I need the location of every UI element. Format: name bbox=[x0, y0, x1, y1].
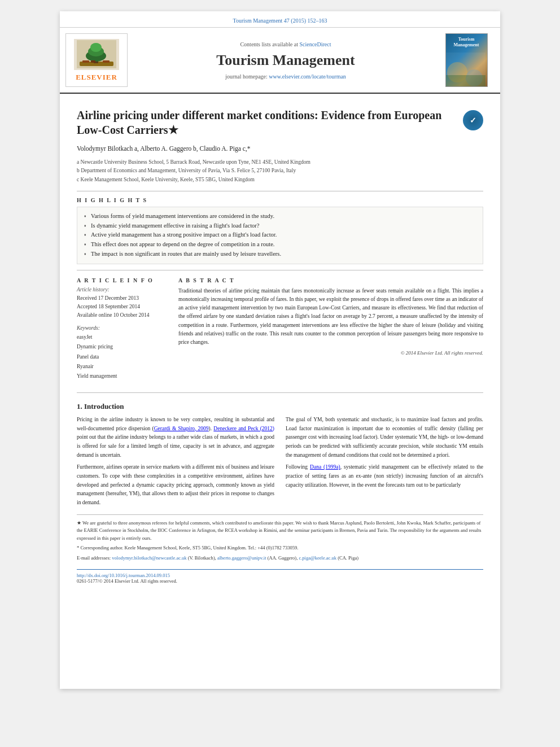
article-info-label: A R T I C L E I N F O bbox=[77, 277, 167, 283]
elsevier-wordmark: ELSEVIER bbox=[76, 73, 117, 82]
divider-2 bbox=[77, 270, 483, 270]
title-row: ✓ Airline pricing under different market… bbox=[77, 108, 483, 137]
issn-line: 0261-5177/© 2014 Elsevier Ltd. All right… bbox=[77, 578, 177, 584]
homepage-line: journal homepage: www.elsevier.com/locat… bbox=[225, 73, 346, 80]
accepted-date: Accepted 18 September 2014 bbox=[77, 303, 167, 311]
svg-point-5 bbox=[90, 43, 102, 52]
affiliation-c: c Keele Management School, Keele Univers… bbox=[77, 176, 483, 184]
sciencedirect-line: Contents lists available at ScienceDirec… bbox=[240, 41, 331, 47]
abstract-col: A B S T R A C T Traditional theories of … bbox=[178, 277, 483, 387]
elsevier-tree-image bbox=[74, 39, 119, 70]
section-title: 1. Introduction bbox=[77, 402, 483, 411]
journal-cover: Tourism Management bbox=[444, 33, 489, 87]
highlight-item-1: Various forms of yield management interv… bbox=[84, 212, 476, 221]
ref-gerardi[interactable]: Gerardi & Shapiro, 2009 bbox=[154, 426, 209, 431]
available-date: Available online 10 October 2014 bbox=[77, 311, 167, 320]
keyword-4: Ryanair bbox=[77, 362, 167, 372]
email-link-1[interactable]: volodymyr.bilotkach@newcastle.ac.uk bbox=[112, 555, 186, 561]
highlights-box: Various forms of yield management interv… bbox=[77, 207, 483, 264]
journal-top-bar: Tourism Management 47 (2015) 152–163 bbox=[60, 11, 500, 28]
header-center: Contents lists available at ScienceDirec… bbox=[133, 33, 438, 87]
footnote-corresponding: * Corresponding author. Keele Management… bbox=[77, 544, 483, 552]
journal-main-title: Tourism Management bbox=[216, 52, 355, 69]
article-info-col: A R T I C L E I N F O Article history: R… bbox=[77, 277, 167, 387]
affiliation-b: b Department of Economics and Management… bbox=[77, 167, 483, 175]
abstract-paragraph-1: Traditional theories of airline pricing … bbox=[178, 287, 483, 347]
svg-rect-12 bbox=[446, 75, 485, 86]
keyword-3: Panel data bbox=[77, 352, 167, 362]
article-body: ✓ Airline pricing under different market… bbox=[60, 94, 500, 592]
svg-rect-8 bbox=[103, 60, 110, 63]
intro-para-3: The goal of YM, both systematic and stoc… bbox=[286, 416, 483, 460]
tree-svg bbox=[77, 40, 116, 68]
introduction-text: Pricing in the airline industry is known… bbox=[77, 416, 483, 508]
highlight-item-4: This effect does not appear to depend on… bbox=[84, 240, 476, 250]
ref-deneckere[interactable]: Deneckere and Peck (2012) bbox=[213, 426, 274, 431]
keyword-5: Yield management bbox=[77, 372, 167, 381]
cover-title-line2: Management bbox=[454, 42, 479, 48]
intro-para-1: Pricing in the airline industry is known… bbox=[77, 416, 274, 460]
highlight-item-2: Is dynamic yield management effective in… bbox=[84, 221, 476, 231]
highlights-label: H I G H L I G H T S bbox=[77, 197, 483, 203]
email-link-2[interactable]: alberto.gaggero@unipv.it bbox=[217, 555, 266, 561]
introduction-section: 1. Introduction Pricing in the airline i… bbox=[77, 402, 483, 508]
divider-1 bbox=[77, 191, 483, 191]
keyword-2: Dynamic pricing bbox=[77, 342, 167, 352]
article-title: Airline pricing under different market c… bbox=[77, 108, 483, 137]
footnote-star: ★ We are grateful to three anonymous ref… bbox=[77, 519, 483, 543]
divider-3 bbox=[77, 392, 483, 393]
copyright-line: © 2014 Elsevier Ltd. All rights reserved… bbox=[178, 350, 483, 356]
affiliation-a: a Newcastle University Business School, … bbox=[77, 158, 483, 167]
keywords-label: Keywords: bbox=[77, 325, 167, 331]
keywords-block: Keywords: easyJet Dynamic pricing Panel … bbox=[77, 325, 167, 381]
abstract-label: A B S T R A C T bbox=[178, 277, 483, 283]
svg-rect-6 bbox=[82, 60, 89, 63]
article-info-abstract-cols: A R T I C L E I N F O Article history: R… bbox=[77, 277, 483, 387]
email-link-3[interactable]: c.piga@keele.ac.uk bbox=[299, 555, 336, 561]
elsevier-logo: ELSEVIER bbox=[65, 33, 128, 87]
highlight-item-5: The impact is non significant in routes … bbox=[84, 250, 476, 259]
page: Tourism Management 47 (2015) 152–163 bbox=[60, 11, 500, 689]
intro-para-4: Following Dana (1999a), systematic yield… bbox=[286, 463, 483, 490]
crossmark-badge: ✓ bbox=[463, 110, 483, 130]
abstract-text: Traditional theories of airline pricing … bbox=[178, 287, 483, 347]
journal-ref-link[interactable]: Tourism Management 47 (2015) 152–163 bbox=[233, 18, 327, 24]
svg-rect-7 bbox=[91, 60, 95, 63]
received-date: Received 17 December 2013 bbox=[77, 294, 167, 303]
footnote-emails: E-mail addresses: volodymyr.bilotkach@ne… bbox=[77, 554, 483, 562]
doi-link[interactable]: http://dx.doi.org/10.1016/j.tourman.2014… bbox=[77, 573, 170, 578]
article-history-block: Article history: Received 17 December 20… bbox=[77, 287, 167, 320]
keyword-1: easyJet bbox=[77, 333, 167, 342]
bottom-bar: http://dx.doi.org/10.1016/j.tourman.2014… bbox=[77, 569, 483, 584]
history-label: Article history: bbox=[77, 287, 167, 292]
highlight-item-3: Active yield management has a strong pos… bbox=[84, 230, 476, 240]
cover-title-line1: Tourism bbox=[458, 37, 475, 42]
header-section: ELSEVIER Contents lists available at Sci… bbox=[60, 28, 500, 94]
sciencedirect-link[interactable]: ScienceDirect bbox=[299, 41, 331, 47]
footnotes-section: ★ We are grateful to three anonymous ref… bbox=[77, 514, 483, 562]
cover-decoration bbox=[446, 53, 485, 86]
intro-para-2: Furthermore, airlines operate in service… bbox=[77, 463, 274, 507]
crossmark-icon: ✓ bbox=[470, 116, 476, 125]
cover-image: Tourism Management bbox=[445, 33, 488, 87]
affiliations: a Newcastle University Business School, … bbox=[77, 158, 483, 184]
ref-dana[interactable]: Dana (1999a) bbox=[310, 464, 340, 470]
authors-line: Volodymyr Bilotkach a, Alberto A. Gagger… bbox=[77, 144, 483, 154]
homepage-link[interactable]: www.elsevier.com/locate/tourman bbox=[269, 73, 346, 80]
